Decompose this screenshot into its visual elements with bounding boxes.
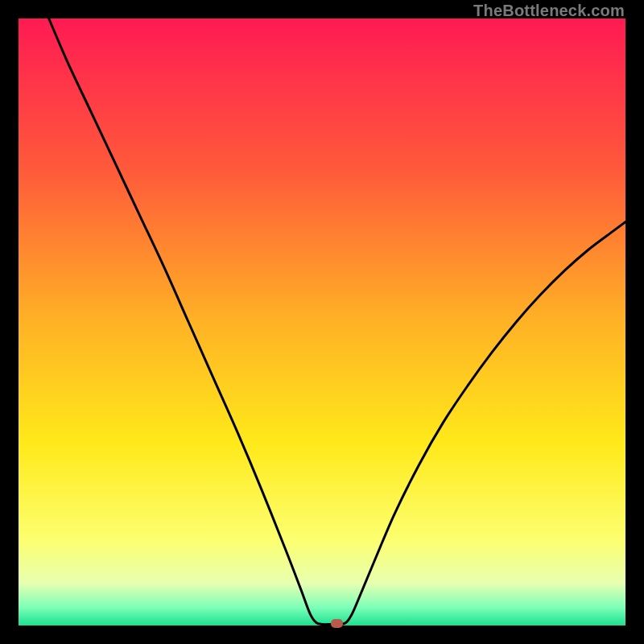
plot-area xyxy=(19,19,625,625)
watermark-text: TheBottleneck.com xyxy=(473,2,625,20)
chart-container: TheBottleneck.com xyxy=(0,0,644,644)
bottleneck-curve xyxy=(19,19,625,625)
curve-minimum-marker xyxy=(331,619,343,628)
